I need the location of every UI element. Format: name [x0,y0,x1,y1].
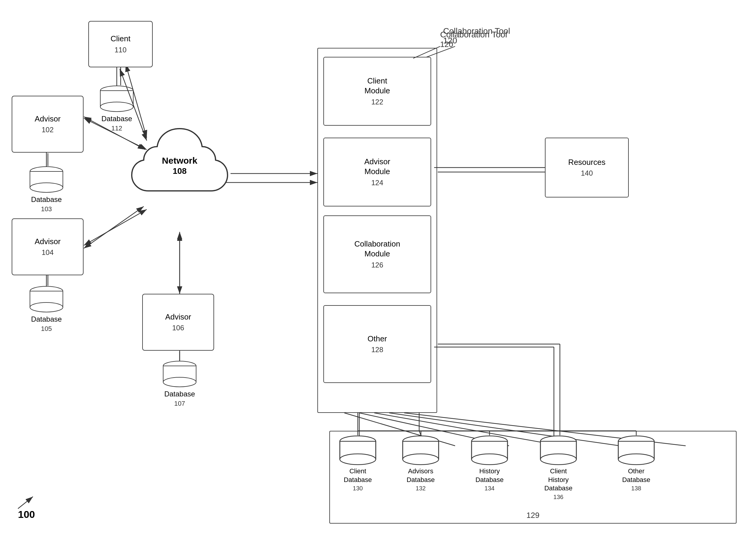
db-103: Database 103 [28,166,65,214]
other-db-138: OtherDatabase 138 [617,435,656,493]
advisor-module-box: AdvisorModule 124 [323,138,431,206]
advisor-106-box: Advisor 106 [142,294,214,351]
client-history-db-136: ClientHistoryDatabase 136 [539,435,578,501]
network-cloud: Network 108 [129,117,230,225]
history-db-134: HistoryDatabase 134 [470,435,509,493]
svg-point-48 [340,454,376,465]
db-group-box: 129 [329,431,737,524]
ref-label: 100 [18,509,35,520]
collab-tool-label-text: Collaboration Tool 120 [443,26,510,45]
client-110-box: Client 110 [88,21,153,67]
svg-point-68 [618,454,654,465]
db-107: Database 107 [162,361,198,408]
svg-point-28 [30,183,63,192]
svg-point-53 [403,454,439,465]
resources-box: Resources 140 [545,138,629,197]
svg-point-58 [471,454,508,465]
advisor-102-box: Advisor 102 [12,96,84,153]
diagram: 100 Collaboration Tool 120 Advisor 102 A… [0,0,756,552]
collaboration-module-box: CollaborationModule 126 [323,216,431,293]
svg-point-33 [30,302,63,312]
svg-point-63 [540,454,576,465]
other-module-box: Other 128 [323,305,431,383]
client-module-box: ClientModule 122 [323,57,431,126]
client-db-130: ClientDatabase 130 [338,435,377,493]
advisors-db-132: AdvisorsDatabase 132 [401,435,440,493]
svg-point-43 [100,102,133,112]
svg-point-38 [163,377,196,387]
db-105: Database 105 [28,286,65,333]
svg-line-22 [18,497,33,509]
advisor-104-box: Advisor 104 [12,219,84,275]
